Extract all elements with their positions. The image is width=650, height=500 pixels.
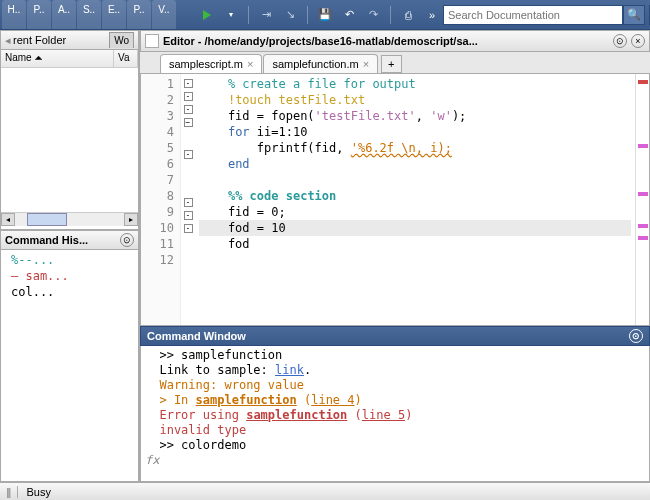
search-input[interactable] <box>443 5 623 25</box>
line-number: 7 <box>141 172 174 188</box>
command-window-title: Command Window <box>147 330 246 342</box>
run-button[interactable] <box>196 4 218 26</box>
run-dropdown[interactable]: ▾ <box>220 4 242 26</box>
code-line[interactable]: fod = 10 <box>199 220 631 236</box>
search-button[interactable]: 🔍 <box>623 5 645 25</box>
code-area[interactable]: % create a file for output !touch testFi… <box>195 74 635 325</box>
command-history-panel: %--...— sam... col... <box>0 250 139 482</box>
ribbon-tabs: H..P..A..S..E..P..V.. <box>0 0 176 29</box>
line-gutter: 123456789101112 <box>141 74 181 325</box>
code-line[interactable]: !touch testFile.txt <box>199 92 631 108</box>
fold-toggle[interactable]: - <box>184 79 193 88</box>
editor-header: Editor - /home/andy/projects/base16-matl… <box>140 30 650 52</box>
link[interactable]: line 4 <box>311 393 354 407</box>
link[interactable]: line 5 <box>362 408 405 422</box>
editor-close-button[interactable]: × <box>631 34 645 48</box>
step-in-button[interactable]: ↘ <box>279 4 301 26</box>
ribbon-tab[interactable]: P.. <box>27 0 51 29</box>
print-button[interactable]: ⎙ <box>397 4 419 26</box>
history-item[interactable]: %--... <box>3 252 136 268</box>
code-marker[interactable] <box>638 80 648 84</box>
fold-toggle[interactable]: - <box>184 150 193 159</box>
ribbon-tab[interactable]: S.. <box>77 0 101 29</box>
line-number: 11 <box>141 236 174 252</box>
scroll-thumb[interactable] <box>27 213 67 226</box>
status-bar: |||| Busy <box>0 482 650 500</box>
code-line[interactable]: end <box>199 156 631 172</box>
undo-button[interactable]: ↶ <box>338 4 360 26</box>
ribbon-tab[interactable]: E.. <box>102 0 126 29</box>
panel-menu-button[interactable]: ⊙ <box>120 233 134 247</box>
line-number: 4 <box>141 124 174 140</box>
current-folder-header: ◂ rent Folder Wo <box>0 30 139 50</box>
command-window-body[interactable]: >> samplefunction Link to sample: link. … <box>140 346 650 482</box>
history-item[interactable]: — sam... <box>3 268 136 284</box>
folder-scrollbar[interactable]: ◂ ▸ <box>1 212 138 226</box>
cmdwin-menu-button[interactable]: ⊙ <box>629 329 643 343</box>
link[interactable]: link <box>275 363 304 377</box>
line-number: 5 <box>141 140 174 156</box>
ribbon-tab[interactable]: V.. <box>152 0 176 29</box>
fold-toggle[interactable]: - <box>184 92 193 101</box>
code-marker[interactable] <box>638 236 648 240</box>
column-name[interactable]: Name ⏶ <box>1 50 114 67</box>
ribbon-tab[interactable]: A.. <box>52 0 76 29</box>
file-tab[interactable]: samplefunction.m× <box>263 54 378 73</box>
cmdwin-line: invalid type <box>145 423 645 438</box>
code-line[interactable]: fid = fopen('testFile.txt', 'w'); <box>199 108 631 124</box>
line-number: 9 <box>141 204 174 220</box>
ribbon-tab[interactable]: P.. <box>127 0 151 29</box>
line-number: 6 <box>141 156 174 172</box>
file-tab-label: samplescript.m <box>169 58 243 70</box>
save-button[interactable]: 💾 <box>314 4 336 26</box>
fold-toggle[interactable]: - <box>184 224 193 233</box>
fold-toggle[interactable]: − <box>184 118 193 127</box>
code-line[interactable]: fod <box>199 236 631 252</box>
more-button[interactable]: » <box>421 4 443 26</box>
fold-toggle[interactable]: - <box>184 211 193 220</box>
code-line[interactable] <box>199 252 631 268</box>
code-line[interactable]: % create a file for output <box>199 76 631 92</box>
editor-body: 123456789101112 ---−---- % create a file… <box>140 74 650 326</box>
ribbon-tab[interactable]: H.. <box>2 0 26 29</box>
add-tab-button[interactable]: + <box>381 55 401 73</box>
command-history-title: Command His... <box>5 234 88 246</box>
fold-toggle[interactable]: - <box>184 198 193 207</box>
code-line[interactable]: for ii=1:10 <box>199 124 631 140</box>
fold-toggle[interactable]: - <box>184 105 193 114</box>
command-window-header: Command Window ⊙ <box>140 326 650 346</box>
command-history-header: Command His... ⊙ <box>0 230 139 250</box>
file-tab[interactable]: samplescript.m× <box>160 54 262 73</box>
line-number: 2 <box>141 92 174 108</box>
cmdwin-prompt[interactable]: fx <box>145 453 645 468</box>
current-folder-panel: Name ⏶ Va ◂ ▸ <box>0 50 139 230</box>
code-line[interactable]: %% code section <box>199 188 631 204</box>
cmdwin-line: >> colordemo <box>145 438 645 453</box>
close-icon[interactable]: × <box>247 58 253 70</box>
editor-file-tabs: samplescript.m×samplefunction.m×+ <box>140 52 650 74</box>
main-toolbar: H..P..A..S..E..P..V.. ▾ ⇥ ↘ 💾 ↶ ↷ ⎙ » 🔍 <box>0 0 650 30</box>
code-line[interactable]: fprintf(fid, '%6.2f \n, i); <box>199 140 631 156</box>
redo-button[interactable]: ↷ <box>362 4 384 26</box>
fx-prompt-icon: fx <box>145 453 159 467</box>
editor-menu-button[interactable]: ⊙ <box>613 34 627 48</box>
column-value[interactable]: Va <box>114 50 138 67</box>
step-button[interactable]: ⇥ <box>255 4 277 26</box>
scroll-left-icon[interactable]: ◂ <box>1 213 15 226</box>
workspace-tab[interactable]: Wo <box>109 32 134 48</box>
file-tab-label: samplefunction.m <box>272 58 358 70</box>
code-marker[interactable] <box>638 192 648 196</box>
code-line[interactable]: fid = 0; <box>199 204 631 220</box>
scroll-right-icon[interactable]: ▸ <box>124 213 138 226</box>
marker-column <box>635 74 649 325</box>
close-icon[interactable]: × <box>363 58 369 70</box>
cmdwin-line: >> samplefunction <box>145 348 645 363</box>
history-item[interactable]: col... <box>3 284 136 300</box>
play-icon <box>203 10 211 20</box>
line-number: 8 <box>141 188 174 204</box>
code-line[interactable] <box>199 172 631 188</box>
code-marker[interactable] <box>638 224 648 228</box>
code-marker[interactable] <box>638 144 648 148</box>
folder-empty-area <box>1 68 138 212</box>
line-number: 10 <box>141 220 174 236</box>
